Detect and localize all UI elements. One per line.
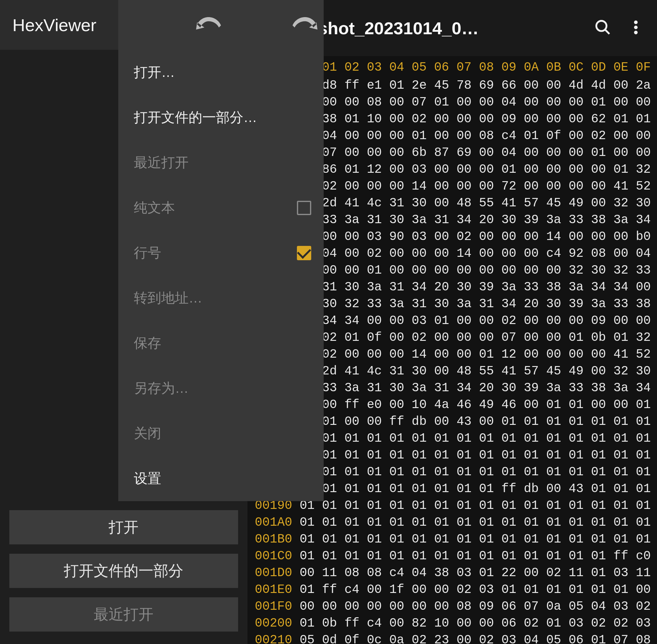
menu-line-numbers[interactable]: 行号: [118, 230, 324, 275]
button-recent[interactable]: 最近打开: [9, 597, 238, 631]
app-title: HexViewer: [0, 15, 118, 35]
dropdown-menu: 打开… 打开文件的一部分… 最近打开 纯文本 行号 转到地址… 保存: [118, 0, 324, 501]
menu-save-as[interactable]: 另存为…: [118, 366, 324, 411]
left-panel: HexViewer 打开… 打开文件的一部分… 最近打开 纯文本: [0, 0, 248, 644]
menu-settings[interactable]: 设置: [118, 456, 324, 501]
checkbox-off-icon[interactable]: [297, 201, 311, 215]
menu-plain-text[interactable]: 纯文本: [118, 185, 324, 230]
undo-icon[interactable]: [196, 16, 221, 32]
button-open[interactable]: 打开: [9, 510, 238, 545]
menu-goto[interactable]: 转到地址…: [118, 275, 324, 321]
bottom-buttons: 打开 打开文件的一部分 最近打开: [0, 504, 248, 644]
svg-line-1: [605, 29, 609, 34]
checkbox-on-icon[interactable]: [297, 246, 311, 260]
menu-open-part[interactable]: 打开文件的一部分…: [118, 95, 324, 140]
search-icon[interactable]: [594, 19, 612, 37]
menu-save[interactable]: 保存: [118, 321, 324, 366]
svg-point-2: [634, 21, 638, 24]
menu-recent[interactable]: 最近打开: [118, 140, 324, 185]
svg-point-0: [596, 21, 607, 31]
menu-close[interactable]: 关闭: [118, 411, 324, 456]
svg-point-4: [634, 31, 638, 34]
svg-point-3: [634, 25, 638, 29]
more-icon[interactable]: [627, 19, 644, 37]
redo-icon[interactable]: [292, 16, 318, 32]
button-open-part[interactable]: 打开文件的一部分: [9, 554, 238, 588]
menu-open[interactable]: 打开…: [118, 50, 324, 95]
